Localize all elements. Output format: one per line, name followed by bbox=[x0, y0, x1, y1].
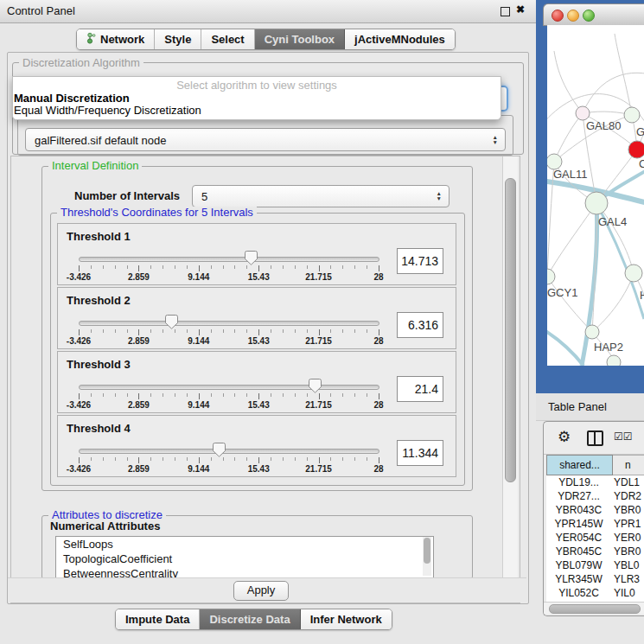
threshold-slider-track[interactable] bbox=[79, 449, 379, 454]
cell-name: YDR2 bbox=[611, 489, 644, 503]
attribute-item-betweennesscentrality[interactable]: BetweennessCentrality bbox=[56, 566, 433, 578]
control-panel-titlebar: Control Panel ✖ bbox=[0, 0, 536, 23]
cell-name: YBL0 bbox=[611, 558, 644, 572]
horizontal-scrollbar-thumb[interactable] bbox=[549, 604, 641, 614]
cell-shared-name: YDR27... bbox=[546, 489, 611, 503]
table-data-value: galFiltered.sif default node bbox=[35, 133, 166, 146]
combo-spinner-icon: ▲▼ bbox=[437, 191, 442, 201]
algorithm-option-manual-discretization[interactable]: Manual Discretization bbox=[13, 92, 501, 105]
network-node-h[interactable] bbox=[625, 265, 642, 282]
threshold-slider-handle[interactable] bbox=[165, 315, 178, 329]
tab-select[interactable]: Select bbox=[201, 29, 254, 49]
network-node-c[interactable] bbox=[628, 141, 644, 158]
threshold-card: Threshold 4-3.4262.8599.14415.4321.71528… bbox=[57, 415, 456, 477]
table-row[interactable]: YER054CYER0 bbox=[546, 531, 644, 545]
cell-name: YDL1 bbox=[611, 475, 644, 489]
cell-name: YER0 bbox=[611, 531, 644, 545]
tab-jactivemnodules[interactable]: jActiveMNodules bbox=[345, 29, 455, 49]
column-header-name[interactable]: n bbox=[613, 455, 644, 475]
zoom-traffic-light-icon[interactable] bbox=[583, 10, 595, 22]
column-header-shared-name[interactable]: shared... bbox=[546, 455, 613, 475]
threshold-label: Threshold 2 bbox=[67, 294, 131, 307]
table-data-combobox[interactable]: galFiltered.sif default node ▲▼ bbox=[25, 128, 506, 151]
network-node-ga[interactable] bbox=[624, 107, 640, 123]
cell-shared-name: YER054C bbox=[546, 531, 611, 545]
number-of-intervals-combobox[interactable]: 5 ▲▼ bbox=[192, 185, 450, 207]
table-panel-title: Table Panel bbox=[548, 400, 607, 413]
network-view-canvas[interactable]: GAL80GACGAL11GAL4GCY1HHAP2 bbox=[547, 25, 644, 366]
cell-shared-name: YDL19... bbox=[546, 475, 611, 489]
network-node-gcy1[interactable] bbox=[547, 269, 555, 284]
cell-name: YIL0 bbox=[611, 586, 644, 600]
tick-label: 28 bbox=[373, 336, 383, 346]
network-window-titlebar bbox=[543, 3, 644, 26]
threshold-slider-track[interactable] bbox=[79, 257, 379, 262]
apply-button[interactable]: Apply bbox=[233, 581, 289, 601]
close-traffic-light-icon[interactable] bbox=[552, 10, 564, 22]
tick-label: 2.859 bbox=[128, 336, 150, 346]
threshold-slider-handle[interactable] bbox=[213, 443, 226, 457]
network-node-label: GAL80 bbox=[586, 119, 621, 132]
tick-label: 28 bbox=[373, 400, 383, 410]
table-row[interactable]: YBR045CYBR0 bbox=[546, 545, 644, 558]
network-node-label: GAL4 bbox=[598, 215, 627, 228]
interval-definition-title: Interval Definition bbox=[48, 160, 142, 172]
table-header: shared... n bbox=[544, 455, 644, 475]
tab-style[interactable]: Style bbox=[155, 29, 201, 49]
numerical-attributes-list[interactable]: SelfLoopsTopologicalCoefficientBetweenne… bbox=[55, 536, 434, 578]
table-row[interactable]: YDL19...YDL1 bbox=[546, 475, 644, 489]
attribute-item-topologicalcoefficient[interactable]: TopologicalCoefficient bbox=[56, 552, 433, 566]
checkboxes-icon[interactable]: ☑☑ bbox=[614, 430, 633, 443]
threshold-slider-ticks bbox=[79, 457, 379, 463]
threshold-value-field[interactable]: 14.713 bbox=[397, 248, 443, 274]
gear-icon[interactable]: ⚙ bbox=[558, 428, 571, 446]
threshold-value-field[interactable]: 11.344 bbox=[397, 440, 443, 466]
attributes-scrollbar-thumb[interactable] bbox=[424, 538, 430, 564]
network-node-label: HAP2 bbox=[594, 341, 623, 354]
tab-cyni-toolbox[interactable]: Cyni Toolbox bbox=[255, 29, 345, 49]
tab-impute-data[interactable]: Impute Data bbox=[116, 609, 200, 629]
table-row[interactable]: YBL079WYBL0 bbox=[546, 558, 644, 572]
numerical-attributes-label: Numerical Attributes bbox=[50, 520, 160, 532]
table-row[interactable]: YLR345WYLR3 bbox=[546, 572, 644, 586]
tab-network[interactable]: Network bbox=[77, 29, 155, 49]
tick-label: 2.859 bbox=[128, 272, 150, 282]
float-window-icon[interactable] bbox=[501, 7, 510, 16]
threshold-value-field[interactable]: 21.4 bbox=[397, 376, 443, 402]
tick-label: 28 bbox=[373, 464, 383, 474]
threshold-card: Threshold 1-3.4262.8599.14415.4321.71528… bbox=[57, 223, 456, 285]
attribute-item-selfloops[interactable]: SelfLoops bbox=[56, 537, 433, 552]
horizontal-scrollbar[interactable] bbox=[544, 602, 644, 614]
vertical-scrollbar-thumb[interactable] bbox=[505, 178, 516, 482]
algorithm-popup-items: Manual DiscretizationEqual Width/Frequen… bbox=[13, 92, 501, 117]
threshold-slider-handle[interactable] bbox=[245, 251, 258, 265]
tick-label: 15.43 bbox=[248, 336, 270, 346]
algorithm-option-equal-width-frequency-discretization[interactable]: Equal Width/Frequency Discretization bbox=[13, 105, 501, 117]
threshold-slider-handle[interactable] bbox=[309, 379, 322, 393]
network-node-hap2[interactable] bbox=[585, 325, 599, 339]
tab-infer-network[interactable]: Infer Network bbox=[301, 609, 392, 629]
threshold-slider-track[interactable] bbox=[79, 321, 379, 326]
tab-label: Select bbox=[211, 33, 244, 46]
screen: Control Panel ✖ NetworkStyleSelectCyni T… bbox=[0, 0, 644, 644]
network-node-gal4[interactable] bbox=[585, 192, 608, 214]
table-row[interactable]: YPR145WYPR1 bbox=[546, 517, 644, 531]
threshold-slider-track[interactable] bbox=[79, 385, 379, 390]
threshold-label: Threshold 1 bbox=[67, 230, 131, 243]
cell-name: YPR1 bbox=[611, 517, 644, 531]
network-node-label: GA bbox=[636, 125, 644, 138]
network-node-gal80[interactable] bbox=[576, 106, 590, 120]
cell-shared-name: YBR043C bbox=[546, 503, 611, 517]
threshold-value-field[interactable]: 6.316 bbox=[397, 312, 443, 338]
table-row[interactable]: YIL052CYIL0 bbox=[546, 586, 644, 600]
table-row[interactable]: YBR043CYBR0 bbox=[546, 503, 644, 517]
minimize-traffic-light-icon[interactable] bbox=[567, 10, 579, 22]
tab-discretize-data[interactable]: Discretize Data bbox=[200, 609, 300, 629]
table-panel-bar: Table Panel bbox=[536, 393, 644, 421]
number-of-intervals-label: Number of Intervals bbox=[74, 189, 180, 202]
close-icon[interactable]: ✖ bbox=[516, 3, 525, 16]
table-row[interactable]: YDR27...YDR2 bbox=[546, 489, 644, 503]
cell-name: YLR3 bbox=[611, 572, 644, 586]
columns-icon[interactable] bbox=[587, 430, 603, 446]
network-node[interactable] bbox=[607, 355, 621, 366]
